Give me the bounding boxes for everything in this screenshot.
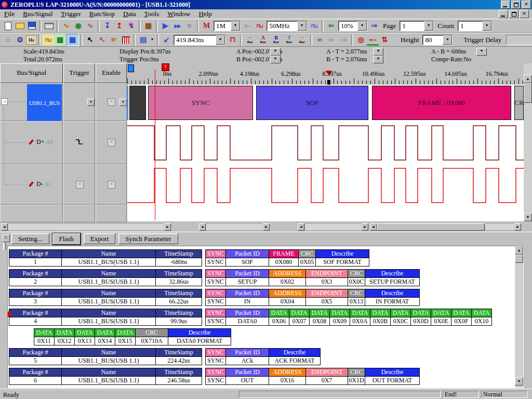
- trigger-rising-icon[interactable]: ↥: [113, 20, 125, 32]
- display-mode-dropdown[interactable]: ▼: [149, 35, 155, 45]
- page-select-dropdown[interactable]: ▼: [424, 21, 433, 31]
- sample-rate-select-dropdown[interactable]: ▼: [297, 21, 307, 31]
- packet-field-value[interactable]: 0X0C: [390, 317, 411, 326]
- packet-field-value[interactable]: OUT: [225, 376, 269, 385]
- zoom-select[interactable]: 10%▼: [338, 21, 367, 31]
- packet-field-value[interactable]: IN FORMAT: [365, 297, 420, 306]
- glitch-icon[interactable]: ⇅: [379, 34, 391, 46]
- packet-field-value[interactable]: 0X0B: [370, 317, 391, 326]
- packet-number-cell[interactable]: 6: [9, 376, 62, 385]
- packet-field-value[interactable]: SYNC: [205, 258, 226, 267]
- packet-field-value[interactable]: SYNC: [205, 376, 226, 385]
- select-cursor-icon[interactable]: ↖: [96, 34, 108, 46]
- state-window-icon[interactable]: ▦: [54, 34, 66, 46]
- prev-data-icon[interactable]: ⇤: [242, 20, 254, 32]
- packet-number-cell[interactable]: 1: [9, 258, 62, 267]
- packet-scroll-up[interactable]: ▲: [515, 246, 523, 255]
- height-select-dropdown[interactable]: ▼: [443, 35, 452, 45]
- menu-data[interactable]: Data: [119, 10, 140, 18]
- packet-number-cell[interactable]: 2: [9, 277, 62, 286]
- packet-name-cell[interactable]: USB1.1_BUS(USB 1.1): [61, 376, 156, 385]
- waveform-vscroll-thumb[interactable]: [524, 83, 532, 103]
- packet-field-value[interactable]: SYNC: [205, 297, 226, 306]
- memory-depth-select[interactable]: 1M▼: [214, 21, 241, 31]
- packet-field-value[interactable]: SYNC: [205, 277, 226, 286]
- memory-depth-icon[interactable]: M: [201, 20, 212, 32]
- bus-decode-icon[interactable]: BUS: [367, 34, 379, 46]
- packet-timestamp-cell[interactable]: 99.9us: [155, 317, 202, 326]
- zoom-prev-icon[interactable]: ⇐: [325, 20, 337, 32]
- wave-scroll-right[interactable]: ►: [514, 223, 521, 231]
- dplus-waveform[interactable]: [127, 123, 524, 163]
- pane2-scroll-track[interactable]: [206, 223, 263, 231]
- packet-field-value[interactable]: 0X0C: [348, 277, 365, 286]
- packet-field-value[interactable]: SETUP: [225, 277, 269, 286]
- dminus-enable-checkbox[interactable]: ✕: [108, 181, 115, 189]
- bus-enable-dropdown[interactable]: ▼: [119, 99, 127, 106]
- packet-timestamp-cell[interactable]: 246.58us: [155, 376, 202, 385]
- packet-field-value[interactable]: SYNC: [205, 356, 226, 365]
- wave-hscroll-thumb[interactable]: [377, 223, 485, 231]
- b-t-dropdown[interactable]: ▼: [373, 56, 383, 63]
- dminus-trigger-checkbox[interactable]: ✕: [76, 181, 84, 189]
- packet-field-value[interactable]: DATA0: [225, 317, 269, 326]
- pane3-scroll-track[interactable]: [304, 223, 362, 231]
- run-repeat-icon[interactable]: ▶▶: [171, 20, 183, 32]
- a-t-dropdown[interactable]: ▼: [373, 48, 383, 56]
- panel-button-flash[interactable]: Flash: [52, 233, 81, 245]
- bus-decode-segment[interactable]: [129, 86, 146, 120]
- count-select[interactable]: 1▼: [458, 21, 492, 31]
- packet-field-value[interactable]: 0X08: [309, 317, 330, 326]
- packet-field-value[interactable]: SOF FORMAT: [315, 258, 369, 267]
- menu-tools[interactable]: Tools: [140, 10, 164, 18]
- bus-enable-checkbox[interactable]: ✕: [108, 98, 115, 106]
- zoom-to-cursor-icon[interactable]: ↙: [161, 34, 172, 46]
- packet-field-value[interactable]: 0X12: [54, 337, 75, 345]
- height-select[interactable]: 80▼: [422, 35, 453, 45]
- count-select-dropdown[interactable]: ▼: [482, 21, 491, 31]
- packet-field-value[interactable]: 0X11: [34, 337, 55, 345]
- bar-b-icon[interactable]: BBar: [270, 34, 283, 46]
- packet-timestamp-cell[interactable]: 224.42us: [155, 356, 202, 365]
- packet-field-value[interactable]: IN: [225, 297, 269, 306]
- packet-name-cell[interactable]: USB1.1_BUS(USB 1.1): [61, 356, 156, 365]
- menu-window[interactable]: Window: [163, 10, 194, 18]
- sample-rate-blue-icon[interactable]: ⊓⊔: [308, 20, 320, 32]
- packet-field-value[interactable]: 0X0A: [350, 317, 370, 326]
- mdi-minimize-button[interactable]: [499, 10, 508, 18]
- a-pos-dropdown[interactable]: ▼: [270, 48, 281, 56]
- packet-field-value[interactable]: SYNC: [205, 317, 226, 326]
- trigger-either-icon[interactable]: ↯: [125, 20, 137, 32]
- packet-name-cell[interactable]: USB1.1_BUS(USB 1.1): [61, 258, 156, 267]
- chart-bars-icon[interactable]: [120, 34, 132, 46]
- minimize-button[interactable]: [501, 1, 510, 9]
- packet-vscroll-thumb[interactable]: [515, 255, 523, 263]
- packet-field-value[interactable]: 0X05: [298, 258, 316, 267]
- packet-field-value[interactable]: 0X07: [289, 317, 310, 326]
- packet-field-value[interactable]: 0X16: [269, 376, 306, 385]
- bus-decode-segment[interactable]: FRAME : 0X080: [372, 86, 511, 120]
- filter-module-icon[interactable]: ▦: [142, 20, 154, 32]
- b-bar-marker[interactable]: [128, 64, 134, 72]
- packet-field-value[interactable]: 0X14: [95, 337, 115, 345]
- zoom-next-icon[interactable]: ⇒: [368, 20, 380, 32]
- pane2-scroll-left[interactable]: ◄: [199, 223, 206, 231]
- packet-field-value[interactable]: 0X3: [305, 277, 348, 286]
- wave-scroll-track[interactable]: [485, 223, 514, 231]
- packet-field-value[interactable]: ACk: [225, 356, 269, 365]
- menu-file[interactable]: File: [0, 10, 19, 18]
- print-icon[interactable]: [43, 20, 55, 32]
- packet-number-cell[interactable]: 4: [9, 317, 62, 326]
- pane2-scroll-right[interactable]: ►: [263, 223, 270, 231]
- packet-field-value[interactable]: DATA0 FORMAT: [168, 337, 231, 345]
- run-icon[interactable]: ▶: [159, 20, 171, 32]
- sampling-setup-icon[interactable]: ◉: [72, 20, 84, 32]
- pulse-width-icon[interactable]: ◎: [355, 34, 367, 46]
- menu-trigger[interactable]: Trigger: [57, 10, 85, 18]
- pane3-scroll-left[interactable]: ◄: [298, 223, 304, 231]
- find-prev-icon[interactable]: ⇤: [326, 34, 338, 46]
- trigger-property-icon[interactable]: ∿: [84, 20, 96, 32]
- find-icon[interactable]: ∞: [314, 34, 326, 46]
- packet-field-value[interactable]: 0X0D: [410, 317, 431, 326]
- memory-depth-select-dropdown[interactable]: ▼: [231, 21, 240, 31]
